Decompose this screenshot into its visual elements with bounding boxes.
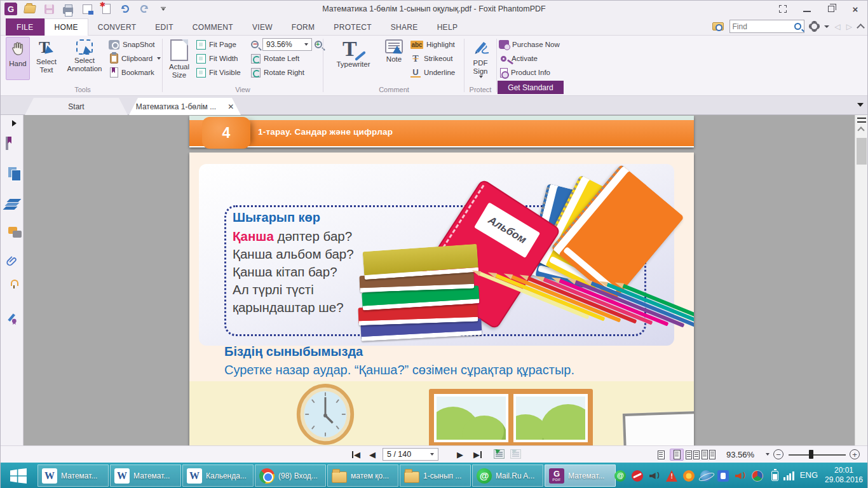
single-page-layout-icon[interactable] <box>654 449 668 461</box>
tab-help[interactable]: HELP <box>428 18 468 36</box>
tab-list-dropdown-icon[interactable] <box>857 103 864 107</box>
product-info-button[interactable]: Product Info <box>499 66 550 79</box>
attachments-panel-icon[interactable] <box>6 255 18 268</box>
tab-comment[interactable]: COMMENT <box>183 18 243 36</box>
signature-panel-icon[interactable] <box>6 312 18 325</box>
bookmark-button[interactable]: Bookmark <box>109 66 154 79</box>
ime-tool-tray-icon[interactable] <box>717 470 729 482</box>
zoom-out-button[interactable]: − <box>773 449 783 459</box>
actual-size-button[interactable]: Actual Size <box>165 37 194 80</box>
search-in-folder-icon[interactable] <box>712 22 724 30</box>
restore-icon[interactable] <box>824 3 838 15</box>
start-button[interactable] <box>1 463 36 488</box>
taskbar-button-foxit[interactable]: Математ... <box>545 464 616 487</box>
bookmarks-panel-icon[interactable] <box>6 137 8 150</box>
clipboard-button[interactable]: Clipboard <box>109 52 161 65</box>
note-button[interactable]: Note <box>380 37 408 80</box>
planet-tray-icon[interactable] <box>700 470 712 482</box>
taskbar-button-folder-2[interactable]: 1-сынып ... <box>400 464 471 487</box>
language-indicator[interactable]: ENG <box>800 470 818 480</box>
mailru-agent-tray-icon[interactable] <box>614 470 626 482</box>
strikeout-button[interactable]: T Strikeout <box>410 52 452 65</box>
fit-visible-button[interactable]: Fit Visible <box>196 66 241 79</box>
customize-quick-access-icon[interactable] <box>157 3 170 15</box>
print-icon[interactable] <box>62 3 74 15</box>
activate-button[interactable]: Activate <box>499 52 538 65</box>
gear-dropdown-icon[interactable] <box>824 25 829 28</box>
minimize-icon[interactable] <box>800 3 814 15</box>
zoom-in-button[interactable]: + <box>850 449 860 459</box>
next-page-button[interactable]: ▶ <box>457 449 463 461</box>
expand-panel-icon[interactable] <box>12 120 17 126</box>
zoom-combobox[interactable]: 93.56% <box>262 38 312 51</box>
doc-tab-start[interactable]: Start <box>25 98 128 115</box>
fit-width-button[interactable]: Fit Width <box>196 52 238 65</box>
zoom-in-button[interactable] <box>315 38 322 51</box>
taskbar-button-word-3[interactable]: Кальенда... <box>182 464 254 487</box>
tab-convert[interactable]: CONVERT <box>88 18 146 36</box>
sound-app-tray-icon[interactable] <box>735 470 746 482</box>
warning-tray-icon[interactable] <box>666 470 677 482</box>
new-document-icon[interactable] <box>100 3 112 15</box>
split-view-handle-icon[interactable] <box>857 118 866 123</box>
volume-tray-icon[interactable] <box>649 470 660 482</box>
tab-share[interactable]: SHARE <box>381 18 428 36</box>
select-annotation-button[interactable]: Select Annotation <box>63 37 106 80</box>
document-view[interactable]: 4 1-тарау. Сандар және цифрлар Шығарып к… <box>24 115 855 445</box>
close-tab-icon[interactable]: ✕ <box>227 102 234 111</box>
color-sphere-tray-icon[interactable] <box>752 470 763 482</box>
find-previous-icon[interactable]: ◁ <box>835 22 841 31</box>
email-icon[interactable] <box>81 3 93 15</box>
scroll-up-icon[interactable] <box>857 126 864 133</box>
tab-file[interactable]: FILE <box>6 18 44 36</box>
taskbar-button-word-1[interactable]: Математ... <box>37 464 109 487</box>
vertical-scrollbar[interactable] <box>855 115 867 445</box>
zoom-slider-handle[interactable] <box>809 450 813 459</box>
find-input[interactable] <box>733 22 794 31</box>
continuous-layout-icon[interactable] <box>670 449 684 461</box>
continuous-facing-layout-icon[interactable] <box>702 449 715 461</box>
gear-icon[interactable] <box>810 22 818 30</box>
typewriter-button[interactable]: T Typewriter <box>329 37 377 80</box>
tab-edit[interactable]: EDIT <box>146 18 183 36</box>
taskbar-button-word-2[interactable]: Математ... <box>110 464 181 487</box>
find-next-icon[interactable]: ▷ <box>846 22 852 31</box>
fullscreen-icon[interactable] <box>776 3 790 15</box>
save-icon[interactable] <box>43 3 55 15</box>
tab-view[interactable]: VIEW <box>243 18 282 36</box>
fit-page-button[interactable]: Fit Page <box>196 38 236 51</box>
antivirus-tray-icon[interactable] <box>632 470 643 482</box>
previous-view-icon[interactable] <box>494 449 505 459</box>
taskbar-button-folder-1[interactable]: матем қо... <box>327 464 398 487</box>
first-page-button[interactable]: ◀ <box>351 449 360 461</box>
facing-layout-icon[interactable] <box>686 449 700 461</box>
zoom-level-dropdown-icon[interactable] <box>766 453 770 456</box>
clock[interactable]: 20:01 29.08.2016 <box>822 466 866 485</box>
taskbar-button-chrome[interactable]: (98) Вход... <box>255 464 326 487</box>
pdf-sign-button[interactable]: PDF Sign <box>466 37 495 80</box>
next-view-icon[interactable] <box>510 449 521 459</box>
snapshot-button[interactable]: SnapShot <box>109 38 155 51</box>
last-page-button[interactable]: ▶ <box>473 449 482 461</box>
redo-icon[interactable] <box>138 3 151 15</box>
search-icon[interactable] <box>794 23 801 30</box>
tab-form[interactable]: FORM <box>282 18 325 36</box>
purchase-now-button[interactable]: Purchase Now <box>499 38 560 51</box>
battery-icon[interactable] <box>771 471 778 481</box>
zoom-slider-track[interactable] <box>789 454 846 456</box>
open-file-icon[interactable] <box>24 3 36 15</box>
highlight-button[interactable]: abc Highlight <box>410 38 455 51</box>
tab-home[interactable]: HOME <box>44 18 88 36</box>
previous-page-button[interactable]: ◀ <box>369 449 376 461</box>
page-number-combobox[interactable]: 5 / 140 <box>383 448 438 461</box>
undo-icon[interactable] <box>119 3 132 15</box>
close-icon[interactable]: × <box>848 3 862 15</box>
foxit-logo-icon[interactable]: G <box>4 3 17 15</box>
network-signal-icon[interactable] <box>783 470 795 482</box>
get-standard-button[interactable]: Get Standard <box>498 81 564 94</box>
zoom-out-button[interactable] <box>251 38 259 51</box>
collapse-ribbon-icon[interactable] <box>857 24 865 32</box>
hand-tool-button[interactable]: Hand <box>6 37 30 80</box>
rotate-right-button[interactable]: Rotate Right <box>251 66 304 79</box>
updater-tray-icon[interactable] <box>683 470 695 482</box>
